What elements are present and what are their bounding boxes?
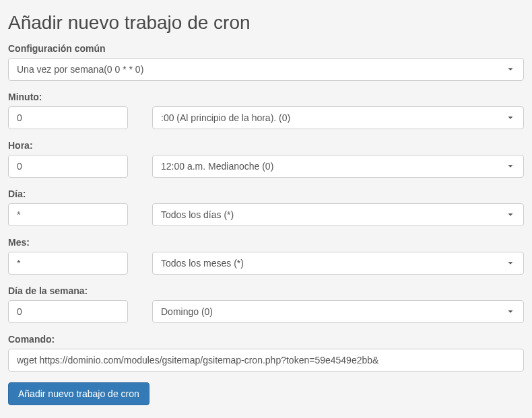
day-input[interactable] [8,203,128,226]
hour-label: Hora: [8,140,524,151]
weekday-label: Día de la semana: [8,285,524,296]
minute-preset-selected: :00 (Al principio de la hora). (0) [161,112,290,123]
day-preset-selected: Todos los días (*) [161,209,234,220]
chevron-down-icon [506,65,515,74]
minute-input[interactable] [8,106,128,129]
day-preset-select[interactable]: Todos los días (*) [152,203,524,226]
common-settings-selected: Una vez por semana(0 0 * * 0) [17,64,143,75]
chevron-down-icon [506,162,515,171]
chevron-down-icon [506,113,515,123]
common-settings-select[interactable]: Una vez por semana(0 0 * * 0) [8,58,524,81]
command-label: Comando: [8,334,524,345]
day-label: Día: [8,188,524,199]
weekday-preset-select[interactable]: Domingo (0) [152,300,524,323]
common-settings-label: Configuración común [8,43,524,54]
add-cron-job-button[interactable]: Añadir nuevo trabajo de cron [8,382,149,405]
minute-preset-select[interactable]: :00 (Al principio de la hora). (0) [152,106,524,129]
minute-label: Minuto: [8,92,524,102]
hour-preset-selected: 12:00 a.m. Medianoche (0) [161,161,273,172]
page-title: Añadir nuevo trabajo de cron [8,12,524,34]
hour-input[interactable] [8,155,128,178]
month-label: Mes: [8,237,524,248]
weekday-preset-selected: Domingo (0) [161,306,213,317]
chevron-down-icon [506,258,515,268]
month-preset-select[interactable]: Todos los meses (*) [152,252,524,275]
month-input[interactable] [8,252,128,275]
chevron-down-icon [506,210,515,219]
hour-preset-select[interactable]: 12:00 a.m. Medianoche (0) [152,155,524,178]
chevron-down-icon [506,307,515,316]
month-preset-selected: Todos los meses (*) [161,258,244,269]
weekday-input[interactable] [8,300,128,323]
command-input[interactable] [8,349,524,372]
